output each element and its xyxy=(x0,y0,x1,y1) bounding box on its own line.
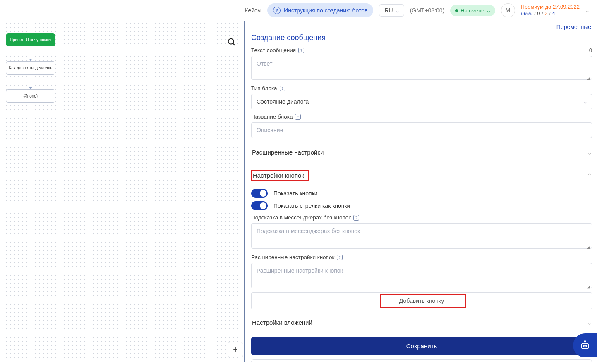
block-type-select[interactable]: Состояние диалога ⌵ xyxy=(251,94,592,109)
svg-rect-2 xyxy=(581,344,588,349)
toggle-switch[interactable] xyxy=(251,201,268,210)
premium-counts: 9999 / 0 / 2 / 4 xyxy=(521,10,580,17)
flow-canvas[interactable]: Привет! Я хочу помоч Как давно ты делаеш… xyxy=(0,21,244,362)
toggle-arrows-as-buttons: Показать стрелки как кнопки xyxy=(251,201,592,210)
premium-expiry: Премиум до 27.09.2022 xyxy=(521,4,580,10)
chevron-down-icon: ⌵ xyxy=(396,7,399,14)
advbtn-label: Расширенные настройки кнопок ? xyxy=(251,254,592,260)
type-label: Тип блока ? xyxy=(251,85,592,91)
help-icon[interactable]: ? xyxy=(295,114,301,120)
save-close-button[interactable]: Сохранить и закрыть xyxy=(251,359,592,362)
instruction-label: Инструкция по созданию ботов xyxy=(284,7,367,14)
flow-node-start[interactable]: Привет! Я хочу помоч xyxy=(6,33,55,46)
flow-node[interactable]: #{none} xyxy=(6,89,55,103)
instruction-link[interactable]: ? Инструкция по созданию ботов xyxy=(267,3,373,17)
timezone-label: (GMT+03:00) xyxy=(410,7,445,14)
svg-point-0 xyxy=(228,39,234,44)
cases-link[interactable]: Кейсы xyxy=(245,7,261,14)
highlight-annotation: Настройки кнопок xyxy=(251,170,309,181)
accordion-label: Расширенные настройки xyxy=(252,149,324,156)
add-button[interactable]: Добавить кнопку xyxy=(251,292,592,309)
premium-info: Премиум до 27.09.2022 9999 / 0 / 2 / 4 xyxy=(521,4,580,17)
variables-link[interactable]: Переменные xyxy=(556,24,591,30)
language-select[interactable]: RU ⌵ xyxy=(379,4,404,17)
panel-title: Создание сообщения xyxy=(251,33,592,42)
header: Кейсы ? Инструкция по созданию ботов RU … xyxy=(0,0,597,21)
accordion-label: Настройки вложений xyxy=(252,319,312,326)
chevron-down-icon: ⌵ xyxy=(583,98,587,105)
save-button[interactable]: Сохранить xyxy=(251,337,592,355)
accordion-attachments[interactable]: Настройки вложений ⌵ xyxy=(251,314,592,331)
help-icon[interactable]: ? xyxy=(353,215,359,221)
chevron-up-icon: ⌵ xyxy=(588,172,591,179)
add-node-button[interactable]: + xyxy=(228,342,243,357)
help-circle-icon: ? xyxy=(273,7,281,14)
name-label: Название блока ? xyxy=(251,114,592,120)
search-icon[interactable] xyxy=(227,38,236,47)
accordion-advanced[interactable]: Расширенные настройки ⌵ xyxy=(251,144,592,161)
hint-label: Подсказка в мессенджерах без кнопок ? xyxy=(251,214,592,221)
svg-point-6 xyxy=(585,341,586,342)
flow-node[interactable]: Как давно ты делаешь xyxy=(6,61,55,75)
svg-point-4 xyxy=(586,345,587,347)
toggle-switch[interactable] xyxy=(251,189,268,198)
accordion-buttons[interactable]: Настройки кнопок ⌵ xyxy=(251,165,592,186)
help-icon[interactable]: ? xyxy=(280,86,285,91)
svg-line-1 xyxy=(233,43,235,46)
block-name-input[interactable] xyxy=(251,122,592,138)
message-textarea[interactable] xyxy=(251,56,592,80)
highlight-annotation xyxy=(380,294,466,308)
help-icon[interactable]: ? xyxy=(337,255,343,260)
svg-point-3 xyxy=(583,345,584,347)
char-count: 0 xyxy=(589,47,592,53)
plus-icon: + xyxy=(233,345,238,354)
toggle-show-buttons: Показать кнопки xyxy=(251,189,592,198)
bot-icon xyxy=(580,340,590,351)
block-type-value: Состояние диалога xyxy=(257,98,309,105)
message-label: Текст сообщения ? 0 xyxy=(251,47,592,53)
settings-panel: Переменные Создание сообщения Текст сооб… xyxy=(244,21,597,362)
toggle-label: Показать стрелки как кнопки xyxy=(273,202,350,209)
chevron-down-icon[interactable]: ⌵ xyxy=(585,7,589,14)
shift-status[interactable]: На смене ⌵ xyxy=(450,5,495,16)
chevron-down-icon: ⌵ xyxy=(487,7,490,14)
chatbot-fab[interactable] xyxy=(573,333,597,357)
hint-textarea[interactable] xyxy=(251,223,592,249)
chevron-down-icon: ⌵ xyxy=(588,149,591,156)
shift-label: На смене xyxy=(460,7,484,14)
language-value: RU xyxy=(384,7,393,14)
accordion-label: Настройки кнопок xyxy=(253,172,304,179)
chevron-down-icon: ⌵ xyxy=(588,319,591,326)
avatar[interactable]: M xyxy=(501,3,515,17)
toggle-label: Показать кнопки xyxy=(273,190,318,197)
advbtn-textarea[interactable] xyxy=(251,263,592,288)
help-icon[interactable]: ? xyxy=(298,48,304,53)
